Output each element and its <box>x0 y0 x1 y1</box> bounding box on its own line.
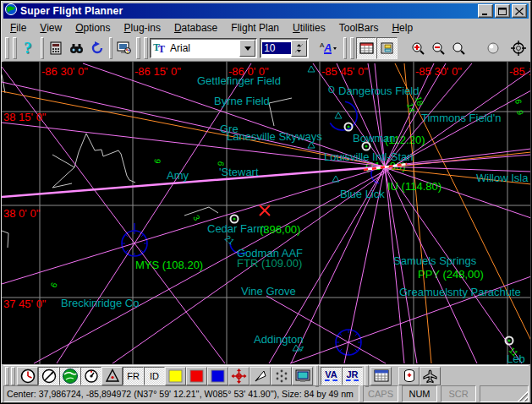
compass-icon <box>41 369 57 384</box>
font-size-value: 10 <box>262 42 291 54</box>
table-icon <box>359 41 374 55</box>
resize-grip[interactable] <box>518 391 528 401</box>
sphere-icon <box>486 41 500 55</box>
menu-flight-plan[interactable]: Flight Plan <box>224 20 286 35</box>
table-button[interactable] <box>356 37 376 59</box>
menu-options[interactable]: Options <box>69 20 117 35</box>
move-cross-button[interactable] <box>228 367 250 385</box>
dots-button[interactable] <box>271 367 292 385</box>
map-label: Vine Grove <box>241 285 296 298</box>
menu-plug-ins[interactable]: Plug-ins <box>118 20 167 35</box>
map-label: Dangerous Field <box>338 85 419 97</box>
font-size-spinner[interactable]: 10 <box>260 38 309 58</box>
menu-file[interactable]: File <box>3 20 33 35</box>
calendar-button[interactable] <box>370 367 392 385</box>
airspace-tick <box>125 250 128 253</box>
calculator-button[interactable] <box>46 37 66 59</box>
help-button[interactable]: ?? <box>19 37 39 59</box>
status-bar: Center: 37,986724, -85,894972 (N37° 59' … <box>3 385 529 402</box>
map-label: 14 <box>405 102 417 114</box>
close-button[interactable] <box>512 4 527 18</box>
toolbar-grip[interactable] <box>136 37 140 59</box>
notebook-button[interactable] <box>376 37 397 59</box>
toolbar-grip[interactable] <box>365 365 369 387</box>
monitor-button[interactable] <box>292 367 313 385</box>
status-center-text: Center: 37,986724, -85,894972 (N37° 59' … <box>3 385 359 402</box>
toolbar-grip[interactable] <box>5 367 9 385</box>
state-border <box>2 74 5 93</box>
yellow-square-button[interactable] <box>165 367 186 385</box>
airway-magenta <box>57 63 251 363</box>
clock-button[interactable] <box>17 367 38 385</box>
binoculars-icon <box>69 41 84 55</box>
font-combo-arrow[interactable] <box>239 40 255 57</box>
toolbar-grip[interactable] <box>109 37 113 59</box>
toolbar-grip[interactable] <box>5 37 9 59</box>
plane-button[interactable] <box>420 367 441 385</box>
target-button[interactable] <box>508 37 529 59</box>
zoom-out-button[interactable] <box>429 37 449 59</box>
refresh-button[interactable] <box>87 37 107 59</box>
toolbar-grip[interactable] <box>41 37 45 59</box>
vor-triangle-button[interactable] <box>101 367 123 385</box>
toolbar-grip[interactable] <box>343 37 348 59</box>
airspace-tick <box>141 234 144 237</box>
binoculars-button[interactable] <box>66 37 86 59</box>
zoom-button[interactable] <box>449 37 469 59</box>
yellow-square-icon <box>168 369 184 383</box>
zoom-in-button[interactable] <box>409 37 429 59</box>
toolbar-spacer <box>469 37 484 59</box>
clock-icon <box>20 369 36 384</box>
font-color-button[interactable]: AA <box>318 37 338 59</box>
map-label: Byrne Field <box>214 95 270 107</box>
menu-database[interactable]: Database <box>167 20 224 35</box>
map-canvas[interactable]: (112.20)(114,80)PPY (248,00)-86 30' 0"-8… <box>2 62 530 364</box>
map-label: Gettlefinger Field <box>197 74 281 87</box>
toolbar-spacer <box>338 37 342 59</box>
red-square-button[interactable] <box>186 367 207 385</box>
toolbar-grip[interactable] <box>315 365 319 387</box>
toolbar-grip[interactable] <box>144 37 148 59</box>
menu-help[interactable]: Help <box>385 20 420 35</box>
minimize-button[interactable] <box>478 4 493 18</box>
airport-dot <box>507 339 510 341</box>
title-bar[interactable]: Super Flight Planner <box>3 3 529 19</box>
map-label: PPY (248,00) <box>418 268 484 281</box>
va-button[interactable]: VA <box>321 367 342 385</box>
state-border <box>52 167 74 188</box>
maximize-button[interactable] <box>495 4 510 18</box>
map-label: 6 <box>49 281 59 288</box>
toolbar-grip[interactable] <box>350 37 354 59</box>
gauge-button[interactable] <box>80 367 101 385</box>
map-label: 6 <box>152 158 162 165</box>
va-label: VA <box>325 370 337 381</box>
fr-label: FR <box>127 371 140 381</box>
menu-utilities[interactable]: Utilities <box>286 20 332 35</box>
toolbar-grip[interactable] <box>13 37 17 59</box>
calculator-icon <box>49 41 63 55</box>
id-button[interactable]: ID <box>144 367 165 385</box>
map-label: Bowman <box>353 132 396 145</box>
center-marker <box>260 205 270 216</box>
jr-button[interactable]: JR <box>342 367 363 385</box>
map-label: Cedar Farm <box>207 222 266 235</box>
toolbar-grip[interactable] <box>11 367 15 385</box>
airspace-tick <box>125 234 128 237</box>
menu-view[interactable]: View <box>33 20 69 35</box>
display-button[interactable] <box>114 37 134 59</box>
spinner-arrows[interactable] <box>291 40 307 57</box>
sphere-button[interactable] <box>483 37 503 59</box>
globe-green-button[interactable] <box>59 367 80 385</box>
blue-square-button[interactable] <box>207 367 228 385</box>
truetype-icon: TT <box>153 41 167 55</box>
latitude-label: 38 0' 0" <box>3 207 41 220</box>
fr-button[interactable]: FR <box>123 367 144 385</box>
monitor-icon <box>295 369 310 383</box>
menu-toolbars[interactable]: ToolBars <box>332 20 386 35</box>
flag-button[interactable] <box>250 367 271 385</box>
font-name-combo[interactable]: TTArial <box>150 38 257 58</box>
fuel-button[interactable] <box>398 367 420 385</box>
compass-button[interactable] <box>38 367 59 385</box>
id-label: ID <box>150 371 159 381</box>
plane-icon <box>422 369 438 384</box>
